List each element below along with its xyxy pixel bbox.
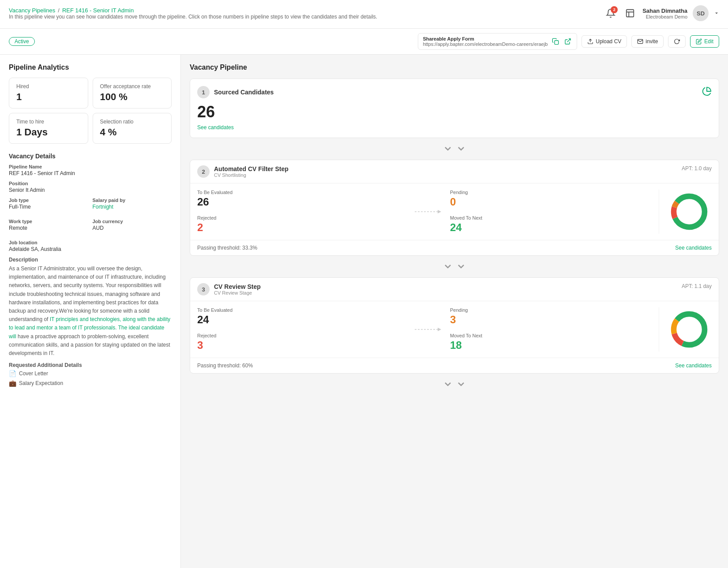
stage-3-stats: To Be Evaluated 24 Rejected 3 Pendi [197, 307, 659, 351]
stat-pending-3: Pending 3 [450, 307, 659, 326]
pending-label-2: Pending [450, 190, 659, 195]
action-bar: Active Shareable Apply Form https://appl… [0, 29, 728, 55]
analytics-card-selection: Selection ratio 4 % [93, 113, 172, 144]
chevron-down-icon [714, 11, 719, 16]
cover-letter-label: Cover Letter [19, 370, 48, 377]
work-type-value: Remote [9, 225, 88, 231]
stat-to-be-evaluated-3: To Be Evaluated 24 [197, 307, 406, 326]
analytics-icon[interactable] [623, 6, 637, 20]
rejected-value-2: 2 [197, 221, 406, 234]
svg-point-15 [679, 320, 699, 340]
stage-2-chart [659, 190, 712, 234]
breadcrumb-link[interactable]: Vacancy Pipelines [9, 7, 55, 14]
shareable-label: Shareable Apply Form [423, 36, 548, 41]
open-link-button[interactable] [563, 37, 572, 46]
passing-threshold-3: Passing threshold: 60% [197, 362, 253, 369]
header: Vacancy Pipelines / REF 1416 - Senior IT… [0, 0, 728, 29]
left-panel: Pipeline Analytics Hired 1 Offer accepta… [0, 55, 181, 568]
upload-cv-button[interactable]: Upload CV [582, 35, 627, 48]
header-description: In this pipeline view you can see how ca… [9, 14, 377, 20]
breadcrumb-current: REF 1416 - Senior IT Admin [62, 7, 134, 14]
stage-1-see-candidates[interactable]: See candidates [197, 124, 234, 131]
analytics-card-time: Time to hire 1 Days [9, 113, 88, 144]
stage-2-number: 2 [197, 165, 210, 178]
stage-3-name: CV Review Step [214, 283, 261, 290]
stage-3-number: 3 [197, 283, 210, 295]
description-highlight: IT principles and technologies, along wi… [9, 316, 170, 339]
shareable-form: Shareable Apply Form https://apply.bapte… [418, 33, 577, 50]
svg-line-2 [567, 39, 570, 42]
invite-button[interactable]: invite [631, 35, 664, 48]
analytics-grid: Hired 1 Offer acceptance rate 100 % Time… [9, 78, 172, 144]
svg-rect-0 [627, 10, 634, 17]
stat-pending-2: Pending 0 [450, 190, 659, 208]
svg-point-9 [679, 202, 699, 222]
stage-2-header: 2 Automated CV Filter Step CV Shortlisti… [190, 160, 719, 183]
rejected-label-3: Rejected [197, 333, 406, 338]
stat-moved-3: Moved To Next 18 [450, 333, 659, 351]
edit-button[interactable]: Edit [690, 35, 719, 48]
breadcrumb: Vacancy Pipelines / REF 1416 - Senior IT… [9, 7, 377, 14]
moved-label-2: Moved To Next [450, 215, 659, 220]
pipeline-name-label: Pipeline Name [9, 164, 172, 169]
right-panel: Vacancy Pipeline 1 Sourced Candidates 26… [181, 55, 728, 568]
notification-icon[interactable]: 2 [604, 6, 618, 20]
position-label: Position [9, 181, 172, 186]
shareable-url: https://apply.bapter.com/electrobeamDemo… [423, 41, 548, 47]
job-currency-label: Job currency [93, 219, 172, 224]
stat-to-be-evaluated-2: To Be Evaluated 26 [197, 190, 406, 208]
selection-label: Selection ratio [100, 119, 165, 125]
stage-3-apt: APT: 1.1 day [682, 283, 712, 289]
job-type-value: Full-Time [9, 204, 88, 210]
stage-2-apt: APT: 1.0 day [682, 165, 712, 172]
upload-cv-label: Upload CV [596, 38, 621, 45]
chevron-divider-2 [190, 258, 719, 277]
stage-3-footer: Passing threshold: 60% See candidates [190, 358, 719, 373]
salary-paid-value: Fortnight [93, 204, 172, 210]
stage-2-card: 2 Automated CV Filter Step CV Shortlisti… [190, 160, 719, 256]
to-be-evaluated-value-2: 26 [197, 196, 406, 208]
job-currency-field: Job currency AUD [93, 219, 172, 231]
invite-label: invite [645, 38, 658, 45]
user-company: Electrobeam Demo [642, 14, 687, 19]
stage-3-body: To Be Evaluated 24 Rejected 3 Pendi [190, 301, 719, 358]
description-label: Description [9, 257, 172, 263]
stage-3-see-candidates[interactable]: See candidates [675, 362, 712, 369]
offer-label: Offer acceptance rate [100, 83, 165, 90]
requested-details-field: Requested Additional Details 📄 Cover Let… [9, 362, 172, 387]
cover-letter-icon: 📄 [9, 370, 16, 377]
stage-1-card: 1 Sourced Candidates 26 See candidates [190, 78, 719, 138]
job-details-grid: Job type Full-Time Salary paid by Fortni… [9, 198, 172, 235]
time-value: 1 Days [16, 127, 81, 138]
edit-label: Edit [704, 38, 713, 45]
stage-2-see-candidates[interactable]: See candidates [675, 245, 712, 251]
analytics-card-offer: Offer acceptance rate 100 % [93, 78, 172, 108]
arrow-divider-2 [410, 209, 446, 215]
header-right: 2 Sahan Dimnatha Electrobeam Demo SD [604, 5, 719, 21]
salary-paid-label: Salary paid by [93, 198, 172, 203]
stage-2-sub: CV Shortlisting [214, 172, 289, 178]
work-type-field: Work type Remote [9, 219, 88, 231]
stage-1-number: 1 [197, 86, 210, 98]
job-location-value: Adelaide SA, Australia [9, 246, 172, 252]
copy-link-button[interactable] [551, 37, 560, 46]
moved-value-2: 24 [450, 221, 659, 234]
user-name: Sahan Dimnatha [642, 7, 687, 14]
chevron-divider-1 [190, 140, 719, 160]
job-location-label: Job location [9, 240, 172, 245]
job-location-field: Job location Adelaide SA, Australia [9, 240, 172, 252]
moved-value-3: 18 [450, 339, 659, 351]
job-currency-value: AUD [93, 225, 172, 231]
stage-3-card: 3 CV Review Step CV Review Stage APT: 1.… [190, 277, 719, 374]
stage-2-stats: To Be Evaluated 26 Rejected 2 Pendi [197, 190, 659, 234]
moved-label-3: Moved To Next [450, 333, 659, 338]
stage-2-footer: Passing threshold: 33.3% See candidates [190, 240, 719, 255]
user-info: Sahan Dimnatha Electrobeam Demo [642, 7, 687, 19]
breadcrumb-separator: / [58, 7, 60, 14]
stage-1-name: Sourced Candidates [214, 89, 274, 96]
job-type-label: Job type [9, 198, 88, 203]
stage-3-sub: CV Review Stage [214, 290, 261, 295]
description-text: As a Senior IT Administrator, you will o… [9, 265, 172, 358]
refresh-button[interactable] [668, 35, 686, 48]
chevron-divider-3 [190, 375, 719, 395]
